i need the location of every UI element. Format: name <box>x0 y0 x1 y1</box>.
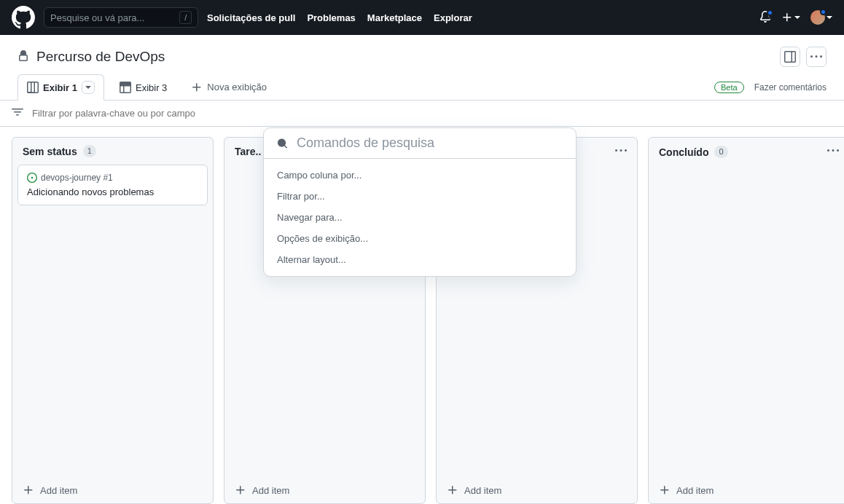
issue-open-icon <box>27 173 37 183</box>
board-icon <box>27 82 39 93</box>
palette-item[interactable]: Filtrar por... <box>264 186 576 207</box>
plus-icon <box>659 484 671 496</box>
plus-icon <box>191 82 203 93</box>
nav-explore[interactable]: Explorar <box>434 12 472 23</box>
view-tab-2[interactable]: Exibir 3 <box>110 75 176 99</box>
project-title: Percurso de DevOps <box>36 49 165 65</box>
palette-item[interactable]: Navegar para... <box>264 207 576 228</box>
column-title: Tare.. <box>235 146 261 157</box>
views-bar-right: Beta Fazer comentários <box>714 82 827 93</box>
nav-pull-requests[interactable]: Solicitações de pull <box>207 12 295 23</box>
nav-issues[interactable]: Problemas <box>307 12 355 23</box>
caret-down-icon <box>794 16 800 19</box>
add-item-button[interactable]: Add item <box>12 477 213 503</box>
insights-button[interactable] <box>780 47 800 67</box>
view-options-caret[interactable] <box>82 81 95 94</box>
palette-search <box>264 128 576 159</box>
notification-dot <box>767 9 773 16</box>
panel-icon <box>784 51 796 63</box>
palette-input[interactable] <box>297 135 563 151</box>
global-search-input[interactable] <box>50 12 179 23</box>
project-menu-button[interactable] <box>806 47 827 67</box>
lock-icon <box>17 50 29 64</box>
plus-icon <box>235 484 246 496</box>
feedback-link[interactable]: Fazer comentários <box>754 82 827 92</box>
create-new-menu[interactable] <box>781 12 800 23</box>
nav-links: Solicitações de pull Problemas Marketpla… <box>207 12 472 23</box>
column-body: devops-journey #1Adicionando novos probl… <box>12 165 213 477</box>
user-menu[interactable] <box>810 10 832 25</box>
card-reference: devops-journey #1 <box>27 173 198 183</box>
views-bar: Exibir 1 Exibir 3 Nova exibição Beta Faz… <box>0 74 844 101</box>
column-header: Sem status1 <box>12 138 213 165</box>
add-item-button[interactable]: Add item <box>649 477 844 503</box>
board-column: Sem status1devops-journey #1Adicionando … <box>12 137 214 504</box>
new-view-label: Nova exibição <box>207 82 267 92</box>
column-menu-button[interactable] <box>615 145 627 159</box>
plus-icon <box>447 484 458 496</box>
card-title: Adicionando novos problemas <box>27 186 198 197</box>
filter-bar <box>0 101 844 127</box>
board-column: Concluído0Add item <box>648 137 844 504</box>
column-count: 1 <box>83 145 96 157</box>
notifications-icon[interactable] <box>759 11 771 25</box>
new-view-button[interactable]: Nova exibição <box>182 76 276 99</box>
board-card[interactable]: devops-journey #1Adicionando novos probl… <box>17 165 208 205</box>
palette-item[interactable]: Opções de exibição... <box>264 228 576 249</box>
column-count: 0 <box>714 146 727 158</box>
palette-item[interactable]: Campo coluna por... <box>264 165 576 186</box>
add-item-button[interactable]: Add item <box>437 477 637 503</box>
column-menu-button[interactable] <box>827 145 839 159</box>
column-header: Concluído0 <box>649 138 844 166</box>
slash-key-hint: / <box>179 11 192 24</box>
kebab-icon <box>810 51 822 63</box>
column-body <box>649 166 844 477</box>
filter-icon[interactable] <box>12 106 23 120</box>
global-header: / Solicitações de pull Problemas Marketp… <box>0 0 844 35</box>
view-tab-1[interactable]: Exibir 1 <box>17 74 104 101</box>
github-logo[interactable] <box>12 6 35 29</box>
topbar-right <box>759 10 832 25</box>
command-palette: Campo coluna por...Filtrar por...Navegar… <box>263 127 577 277</box>
caret-down-icon <box>827 16 832 19</box>
view-tab-label: Exibir 1 <box>43 82 77 93</box>
palette-list: Campo coluna por...Filtrar por...Navegar… <box>264 159 576 276</box>
avatar <box>810 10 825 25</box>
beta-badge: Beta <box>714 82 744 93</box>
view-tab-label: Exibir 3 <box>136 82 167 93</box>
filter-input[interactable] <box>32 108 324 119</box>
project-header: Percurso de DevOps <box>0 35 844 74</box>
plus-icon <box>23 484 34 496</box>
header-actions <box>780 47 827 67</box>
nav-marketplace[interactable]: Marketplace <box>367 12 422 23</box>
table-icon <box>120 82 131 93</box>
plus-icon <box>781 12 793 23</box>
global-search[interactable]: / <box>44 7 198 28</box>
column-title: Concluído <box>659 146 708 158</box>
search-icon <box>277 138 288 149</box>
add-item-button[interactable]: Add item <box>224 477 425 503</box>
status-dot <box>820 9 827 15</box>
column-title: Sem status <box>23 146 77 157</box>
palette-item[interactable]: Alternar layout... <box>264 249 576 270</box>
